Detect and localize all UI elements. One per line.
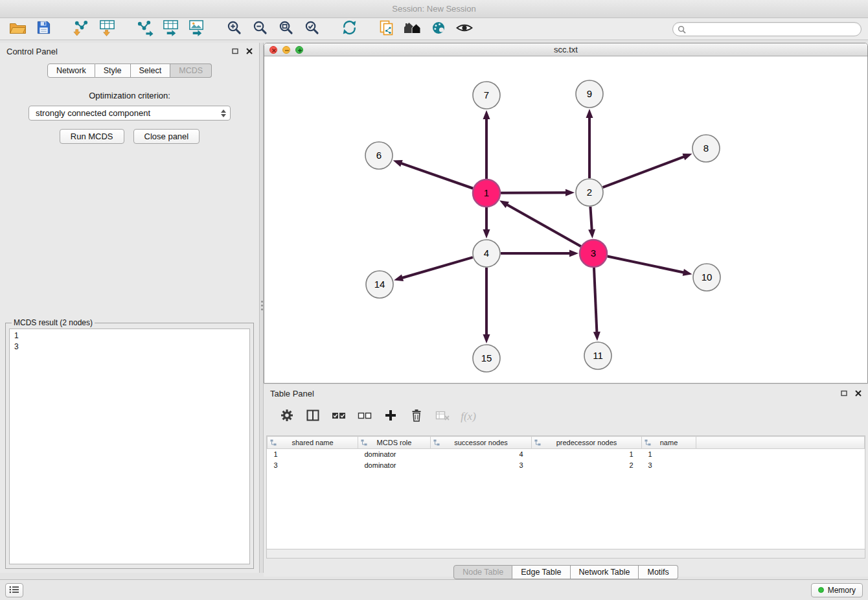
graph-node-15[interactable]: 15 <box>473 345 500 372</box>
graph-node-11[interactable]: 11 <box>584 342 611 369</box>
save-session-button[interactable] <box>32 20 54 38</box>
table-tab-network-table[interactable]: Network Table <box>571 565 639 579</box>
table-tab-node-table[interactable]: Node Table <box>453 565 512 579</box>
tab-select[interactable]: Select <box>131 63 171 78</box>
tab-mcds[interactable]: MCDS <box>170 63 212 78</box>
import-table-button[interactable] <box>96 20 118 38</box>
zoom-in-button[interactable] <box>223 20 245 38</box>
close-panel-icon[interactable] <box>855 387 862 399</box>
show-columns-button[interactable] <box>304 408 322 425</box>
float-panel-icon[interactable] <box>232 45 238 57</box>
graph-edge-3-10[interactable] <box>608 257 686 273</box>
search-input[interactable] <box>672 22 862 36</box>
tab-network[interactable]: Network <box>47 63 95 78</box>
graph-edge-2-8[interactable] <box>603 156 687 188</box>
graph-edge-arrowhead <box>565 189 575 196</box>
svg-text:8: 8 <box>703 143 709 154</box>
column-header-shared-name[interactable]: shared name <box>268 437 358 449</box>
home-icon <box>403 20 422 38</box>
table-tab-edge-table[interactable]: Edge Table <box>512 565 570 579</box>
zoom-out-button[interactable] <box>249 20 271 38</box>
table-cell-predecessor-nodes[interactable]: 1 <box>532 449 642 460</box>
graph-node-4[interactable]: 4 <box>473 240 500 267</box>
panel-divider[interactable] <box>259 43 264 573</box>
table-delete-icon <box>435 410 450 423</box>
graph-node-14[interactable]: 14 <box>366 271 393 298</box>
zoom-fit-button[interactable] <box>275 20 297 38</box>
zoom-out-icon <box>253 20 268 38</box>
copy-view-button[interactable] <box>376 20 398 38</box>
table-cell-name[interactable]: 3 <box>642 460 696 471</box>
optimization-label: Optimization criterion: <box>0 91 259 100</box>
create-column-button[interactable] <box>382 408 400 425</box>
graph-edge-arrowhead <box>588 229 595 238</box>
table-scroll-strip[interactable] <box>266 549 865 559</box>
open-session-button[interactable] <box>6 20 29 38</box>
column-header-mcds-role[interactable]: MCDS role <box>358 437 431 449</box>
table-cell-mcds-role[interactable]: dominator <box>358 460 431 471</box>
table-cell-shared-name[interactable]: 1 <box>268 449 358 460</box>
column-header-predecessor-nodes[interactable]: predecessor nodes <box>532 437 642 449</box>
graph-edge-arrowhead <box>394 274 404 281</box>
close-panel-icon[interactable] <box>246 45 253 57</box>
export-image-button[interactable] <box>185 20 207 38</box>
optimization-dropdown[interactable]: strongly connected component <box>29 106 231 121</box>
graph-edge-1-2[interactable] <box>501 192 568 193</box>
column-header-name[interactable]: name <box>642 437 696 449</box>
column-header-successor-nodes[interactable]: successor nodes <box>431 437 532 449</box>
graph-node-10[interactable]: 10 <box>693 264 720 291</box>
export-image-icon <box>188 19 205 39</box>
mcds-result-box[interactable]: 1 3 <box>9 329 250 564</box>
zoom-selected-button[interactable] <box>301 20 323 38</box>
dropdown-stepper-icon <box>221 110 226 117</box>
toggle-visibility-button[interactable] <box>453 20 475 38</box>
svg-text:1: 1 <box>484 187 489 198</box>
table-cell-successor-nodes[interactable]: 3 <box>431 460 532 471</box>
svg-text:7: 7 <box>484 89 489 100</box>
run-mcds-button[interactable]: Run MCDS <box>60 129 124 144</box>
select-all-columns-button[interactable] <box>330 408 348 425</box>
table-cell-predecessor-nodes[interactable]: 2 <box>532 460 642 471</box>
table-cell-mcds-role[interactable]: dominator <box>358 449 431 460</box>
export-table-button[interactable] <box>159 20 181 38</box>
network-canvas[interactable]: 7968124314101511 <box>264 56 867 383</box>
delete-column-button[interactable] <box>407 408 426 425</box>
delete-table-button <box>433 408 451 425</box>
refresh-view-button[interactable] <box>338 20 360 38</box>
window-close-icon[interactable] <box>269 46 277 54</box>
tab-style[interactable]: Style <box>95 63 131 78</box>
column-sort-icon <box>645 439 651 447</box>
table-cell-successor-nodes[interactable]: 4 <box>431 449 532 460</box>
table-toolbar: f(x) <box>278 403 477 430</box>
graph-edge-3-11[interactable] <box>594 268 597 334</box>
graph-node-9[interactable]: 9 <box>576 80 603 108</box>
table-tab-motifs[interactable]: Motifs <box>639 565 678 579</box>
window-minimize-icon[interactable] <box>282 46 290 54</box>
export-network-button[interactable] <box>133 20 155 38</box>
task-history-button[interactable] <box>5 583 23 597</box>
apply-style-button[interactable] <box>428 20 450 38</box>
graph-node-8[interactable]: 8 <box>692 135 720 162</box>
close-panel-button[interactable]: Close panel <box>133 129 200 144</box>
table-cell-name[interactable]: 1 <box>642 449 696 460</box>
float-panel-icon[interactable] <box>841 387 847 399</box>
graph-edge-4-14[interactable] <box>400 257 473 279</box>
network-window-title: scc.txt <box>264 45 867 54</box>
network-window: scc.txt 7968124314101511 <box>264 43 868 384</box>
import-network-button[interactable] <box>70 20 92 38</box>
window-zoom-icon[interactable] <box>295 46 303 54</box>
graph-node-6[interactable]: 6 <box>365 142 393 169</box>
graph-edge-2-3[interactable] <box>590 207 591 232</box>
graph-node-1[interactable]: 1 <box>473 179 500 207</box>
graph-node-3[interactable]: 3 <box>580 240 607 267</box>
table-settings-button[interactable] <box>278 408 296 425</box>
graph-edge-1-6[interactable] <box>399 163 473 189</box>
home-view-button[interactable] <box>402 20 424 38</box>
deselect-all-columns-button[interactable] <box>356 408 374 425</box>
memory-button[interactable]: Memory <box>811 583 863 597</box>
table-cell-shared-name[interactable]: 3 <box>268 460 358 471</box>
graph-edge-3-1[interactable] <box>505 203 581 246</box>
graph-node-2[interactable]: 2 <box>576 179 603 206</box>
window-titlebar: Session: New Session <box>0 0 868 18</box>
graph-node-7[interactable]: 7 <box>473 82 500 109</box>
